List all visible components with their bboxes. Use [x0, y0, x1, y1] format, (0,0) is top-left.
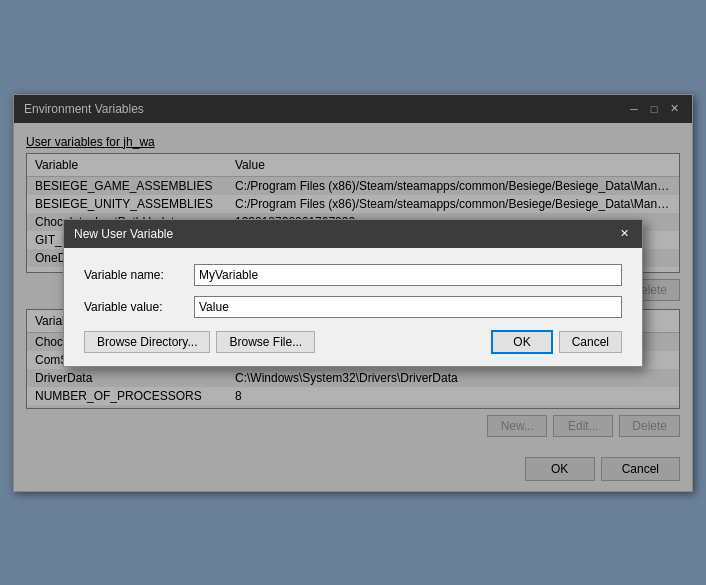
browse-file-button[interactable]: Browse File...: [216, 331, 315, 353]
variable-value-label: Variable value:: [84, 300, 194, 314]
variable-name-label: Variable name:: [84, 268, 194, 282]
modal-ok-button[interactable]: OK: [491, 330, 552, 354]
variable-name-row: Variable name:: [84, 264, 622, 286]
new-user-variable-modal: New User Variable ✕ Variable name: Varia…: [63, 219, 643, 367]
modal-close-button[interactable]: ✕: [616, 226, 632, 242]
environment-variables-window: Environment Variables ─ □ ✕ User variabl…: [13, 94, 693, 492]
modal-buttons: Browse Directory... Browse File... OK Ca…: [84, 330, 622, 354]
variable-value-row: Variable value:: [84, 296, 622, 318]
modal-content: Variable name: Variable value: Browse Di…: [64, 248, 642, 366]
variable-value-input[interactable]: [194, 296, 622, 318]
modal-titlebar: New User Variable ✕: [64, 220, 642, 248]
browse-directory-button[interactable]: Browse Directory...: [84, 331, 210, 353]
modal-title: New User Variable: [74, 227, 173, 241]
modal-overlay: New User Variable ✕ Variable name: Varia…: [14, 95, 692, 491]
variable-name-input[interactable]: [194, 264, 622, 286]
modal-cancel-button[interactable]: Cancel: [559, 331, 622, 353]
